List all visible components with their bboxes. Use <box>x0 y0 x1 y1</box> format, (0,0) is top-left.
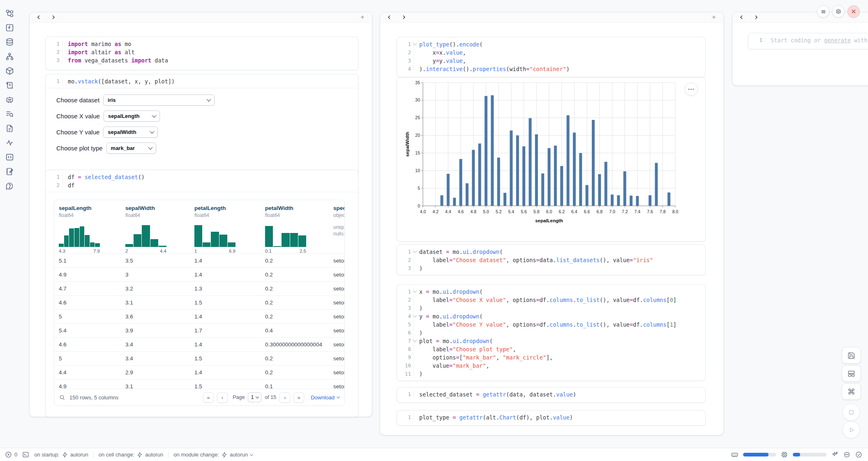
altair-bar-chart[interactable]: 4.04.24.44.64.85.05.25.45.65.86.06.26.46… <box>403 79 691 241</box>
connection-status-icon[interactable] <box>855 451 862 458</box>
code-line[interactable]: 2 label="Choose X value", options=df.col… <box>397 296 705 304</box>
stop-button[interactable] <box>843 403 860 421</box>
code-cell-plot[interactable]: 1plot_type().encode(2 x=x.value,3 y=y.va… <box>397 37 706 77</box>
dropdown-select-choose-plot-type[interactable]: mark_bar <box>106 143 156 154</box>
code-line[interactable]: 3) <box>397 304 705 312</box>
collapse-right-icon[interactable] <box>402 15 406 20</box>
dropdown-select-choose-dataset[interactable]: iris <box>103 95 215 106</box>
column-header-petalLength[interactable]: petalLengthfloat6416.9 <box>190 200 261 254</box>
code-cell-dataset-dropdown[interactable]: 1dataset = mo.ui.dropdown(2 label="Choos… <box>397 244 706 275</box>
collapse-left-icon[interactable] <box>739 15 744 20</box>
column-header-sepalLength[interactable]: sepalLengthfloat644.37.9 <box>54 200 121 254</box>
close-button[interactable] <box>847 5 860 18</box>
menu-button[interactable] <box>817 5 829 18</box>
notebook-icon[interactable] <box>5 167 14 176</box>
settings-gear-button[interactable] <box>832 5 845 18</box>
previous-page-button[interactable]: ‹ <box>217 392 228 403</box>
runtime-config-1[interactable]: on cell change:autorun <box>99 452 164 458</box>
table-row[interactable]: 5.13.51.40.2setos <box>54 254 344 267</box>
column-header-speci[interactable]: speciobjecuniqunulls: <box>329 200 345 254</box>
code-line[interactable]: 4y = mo.ui.dropdown( <box>397 312 705 320</box>
code-cell-selected-dataset[interactable]: 1selected_dataset = getattr(data, datase… <box>397 387 706 403</box>
collapse-right-icon[interactable] <box>51 15 56 20</box>
table-row[interactable]: 4.63.41.40.30000000000000004setos <box>54 337 344 351</box>
code-cell-imports[interactable]: 1import marimo as mo2import altair as al… <box>45 37 358 70</box>
runtime-config-0[interactable]: on startup:autorun <box>34 452 88 458</box>
ai-sparkles-icon[interactable] <box>831 451 838 458</box>
code-line[interactable]: 9 options=["mark_bar", "mark_circle"], <box>397 353 705 362</box>
code-line[interactable]: 2df <box>46 181 358 189</box>
runtime-config-2[interactable]: on module change:autorun <box>173 452 253 458</box>
code-line[interactable]: 2 x=x.value, <box>397 48 705 57</box>
code-line[interactable]: 1dataset = mo.ui.dropdown( <box>397 248 705 256</box>
terminal-icon[interactable] <box>22 451 29 458</box>
collapse-right-icon[interactable] <box>754 15 759 20</box>
dependency-graph-icon[interactable] <box>5 52 14 61</box>
add-cell-button[interactable]: + <box>359 14 366 21</box>
code-line[interactable]: 3) <box>397 264 705 272</box>
file-tree-icon[interactable] <box>5 9 14 18</box>
code-line[interactable]: 1plot_type().encode( <box>397 40 705 48</box>
download-button[interactable]: Download <box>311 394 339 401</box>
activity-icon[interactable] <box>5 138 14 147</box>
empty-code-cell[interactable]: 1 Start coding or generate with <box>748 33 868 49</box>
column-header-petalWidth[interactable]: petalWidthfloat640.12.5 <box>261 200 329 254</box>
code-cell-dataframe[interactable]: 1df = selected_dataset()2df sepalLengthf… <box>45 170 358 417</box>
search-list-icon[interactable] <box>5 109 14 118</box>
document-icon[interactable] <box>5 124 14 133</box>
last-page-button[interactable]: » <box>293 392 304 403</box>
collapse-left-icon[interactable] <box>387 15 392 20</box>
code-cell-xyplot-dropdowns[interactable]: 1x = mo.ui.dropdown(2 label="Choose X va… <box>397 284 706 381</box>
errors-indicator[interactable]: 0 <box>5 451 17 458</box>
code-line[interactable]: 1import marimo as mo <box>46 40 358 48</box>
table-row[interactable]: 4.931.40.2setos <box>54 267 344 281</box>
keyboard-shortcuts-button[interactable]: ⌘ <box>842 383 861 400</box>
package-icon[interactable] <box>5 66 14 75</box>
copilot-icon[interactable] <box>843 451 850 458</box>
collapse-left-icon[interactable] <box>36 15 41 20</box>
code-snippet-icon[interactable] <box>5 152 14 161</box>
code-line[interactable]: 1mo.vstack([dataset, x, y, plot]) <box>46 77 358 85</box>
search-icon[interactable] <box>59 394 65 401</box>
generate-link[interactable]: generate <box>824 37 851 44</box>
help-icon[interactable] <box>5 181 14 190</box>
code-line[interactable]: 3from vega_datasets import data <box>46 56 358 65</box>
code-line[interactable]: 10 value="mark_bar", <box>397 362 705 370</box>
code-cell-plot-type[interactable]: 1plot_type = getattr(alt.Chart(df), plot… <box>397 410 706 426</box>
code-line[interactable]: 1plot_type = getattr(alt.Chart(df), plot… <box>397 413 705 422</box>
code-line[interactable]: 2 label="Choose dataset", options=data.l… <box>397 256 705 264</box>
table-row[interactable]: 53.61.40.2setos <box>54 309 344 323</box>
table-row[interactable]: 4.42.91.40.2setos <box>54 365 344 379</box>
dropdown-select-choose-y-value[interactable]: sepalWidth <box>103 127 158 138</box>
code-line[interactable]: 5 label="Choose Y value", options=df.col… <box>397 320 705 329</box>
code-line[interactable]: 8 label="Choose plot type", <box>397 345 705 353</box>
function-icon[interactable] <box>5 23 14 32</box>
dropdown-select-choose-x-value[interactable]: sepalLength <box>104 111 160 122</box>
page-number-select[interactable]: 1 <box>248 392 261 402</box>
first-page-button[interactable]: « <box>203 392 214 403</box>
table-row[interactable]: 53.41.50.2setos <box>54 351 344 365</box>
code-line[interactable]: 3 y=y.value, <box>397 57 705 65</box>
code-line[interactable]: 11) <box>397 370 705 378</box>
code-line[interactable]: 1selected_dataset = getattr(data, datase… <box>397 390 705 399</box>
column-header-sepalWidth[interactable]: sepalWidthfloat6424.4 <box>121 200 190 254</box>
save-button[interactable] <box>842 347 861 364</box>
run-button[interactable] <box>843 421 860 438</box>
table-row[interactable]: 5.43.91.70.4setos <box>54 323 344 337</box>
database-icon[interactable] <box>5 37 14 46</box>
scroll-icon[interactable] <box>5 81 14 90</box>
table-row[interactable]: 4.73.21.30.2setos <box>54 281 344 295</box>
code-cell-vstack[interactable]: 1mo.vstack([dataset, x, y, plot]) Choose… <box>45 74 358 177</box>
code-line[interactable]: 6) <box>397 329 705 337</box>
code-line[interactable]: 4).interactive().properties(width="conta… <box>397 65 705 73</box>
next-page-button[interactable]: › <box>279 392 290 403</box>
code-line[interactable]: 2import altair as alt <box>46 48 358 56</box>
code-line[interactable]: 1df = selected_dataset() <box>46 173 358 181</box>
add-cell-button[interactable]: + <box>710 14 718 21</box>
layout-button[interactable] <box>842 365 861 382</box>
table-row[interactable]: 4.63.11.50.2setos <box>54 295 344 309</box>
code-line[interactable]: 7plot = mo.ui.dropdown( <box>397 337 705 345</box>
code-line[interactable]: 1x = mo.ui.dropdown( <box>397 288 705 296</box>
chatbot-icon[interactable] <box>5 95 14 104</box>
chart-menu-button[interactable]: ••• <box>685 83 698 96</box>
